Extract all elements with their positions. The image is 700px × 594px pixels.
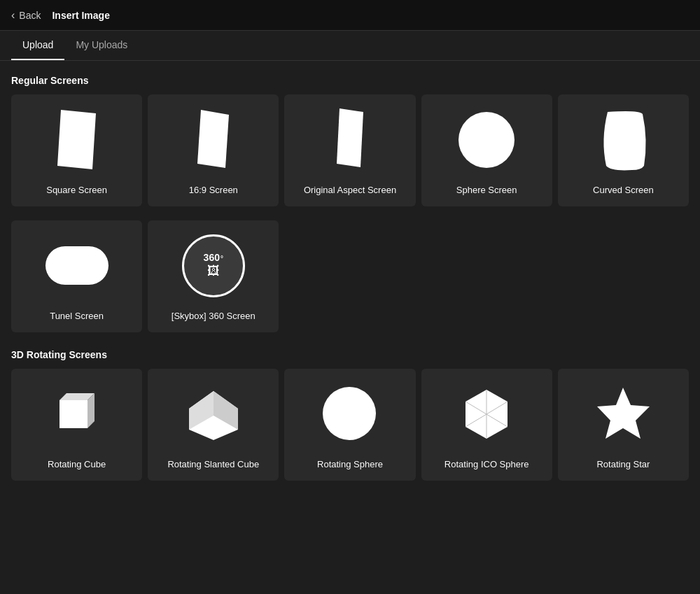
rotating-ico-sphere-icon	[427, 377, 547, 451]
sphere-screen-icon	[427, 103, 547, 177]
skybox-360-label: [Skybox] 360 Screen	[172, 310, 255, 323]
tab-upload[interactable]: Upload	[11, 31, 64, 60]
sphere-screen-label: Sphere Screen	[456, 184, 517, 197]
header: ‹ Back Insert Image	[0, 0, 700, 31]
tabs-bar: Upload My Uploads	[0, 31, 700, 61]
rotating-cube-label: Rotating Cube	[48, 458, 106, 471]
card-rotating-star[interactable]: Rotating Star	[558, 369, 689, 481]
back-button[interactable]: ‹ Back	[11, 9, 41, 22]
svg-point-11	[323, 387, 376, 440]
original-aspect-icon	[290, 103, 410, 177]
square-screen-label: Square Screen	[46, 184, 107, 197]
curved-screen-label: Curved Screen	[593, 184, 654, 197]
rotating-screens-section: 3D Rotating Screens Rotating Cube	[11, 349, 689, 481]
svg-marker-1	[197, 110, 229, 168]
page-title: Insert Image	[52, 10, 109, 21]
rotating-ico-sphere-label: Rotating ICO Sphere	[444, 458, 529, 471]
rotating-star-icon	[564, 377, 683, 451]
svg-marker-16	[597, 388, 650, 439]
card-sphere-screen[interactable]: Sphere Screen	[421, 94, 552, 206]
original-aspect-label: Original Aspect Screen	[304, 184, 396, 197]
back-label: Back	[19, 10, 41, 21]
card-skybox-360[interactable]: 360° 🖼 [Skybox] 360 Screen	[148, 220, 279, 332]
rotating-screens-grid: Rotating Cube Rotating Slanted Cube	[11, 369, 689, 481]
regular-screens-title: Regular Screens	[11, 75, 689, 86]
regular-screens-section: Regular Screens Square Screen 16:9 Scree…	[11, 75, 689, 332]
rotating-screens-title: 3D Rotating Screens	[11, 349, 689, 360]
card-tunnel-screen[interactable]: Tunel Screen	[11, 220, 142, 332]
tunnel-screen-label: Tunel Screen	[50, 310, 104, 323]
svg-marker-2	[337, 108, 363, 167]
svg-marker-0	[57, 110, 96, 169]
card-rotating-ico-sphere[interactable]: Rotating ICO Sphere	[421, 369, 552, 481]
169-screen-label: 16:9 Screen	[189, 184, 238, 197]
rotating-star-label: Rotating Star	[596, 458, 650, 471]
rotating-sphere-icon	[290, 377, 410, 451]
rotating-sphere-label: Rotating Sphere	[317, 458, 383, 471]
regular-screens-row1: Square Screen 16:9 Screen Original Aspec…	[11, 94, 689, 206]
card-169-screen[interactable]: 16:9 Screen	[148, 94, 279, 206]
tab-my-uploads[interactable]: My Uploads	[64, 31, 139, 60]
curved-screen-icon	[564, 103, 683, 177]
tunnel-screen-icon	[17, 229, 136, 303]
card-rotating-cube[interactable]: Rotating Cube	[11, 369, 142, 481]
rotating-slanted-cube-icon	[153, 377, 273, 451]
skybox-360-icon: 360° 🖼	[153, 229, 273, 303]
card-rotating-sphere[interactable]: Rotating Sphere	[284, 369, 415, 481]
rotating-cube-icon	[17, 377, 136, 451]
square-screen-icon	[17, 103, 136, 177]
svg-rect-4	[46, 246, 108, 285]
card-rotating-slanted-cube[interactable]: Rotating Slanted Cube	[148, 369, 279, 481]
rotating-slanted-cube-label: Rotating Slanted Cube	[167, 458, 259, 471]
regular-screens-row2: Tunel Screen 360° 🖼 [Skybox] 360 Screen	[11, 220, 689, 332]
back-arrow-icon: ‹	[11, 9, 15, 22]
content-area: Regular Screens Square Screen 16:9 Scree…	[0, 61, 700, 509]
card-original-aspect[interactable]: Original Aspect Screen	[284, 94, 415, 206]
svg-marker-5	[59, 400, 88, 428]
svg-point-3	[458, 112, 514, 168]
card-curved-screen[interactable]: Curved Screen	[558, 94, 689, 206]
169-screen-icon	[153, 103, 273, 177]
card-square-screen[interactable]: Square Screen	[11, 94, 142, 206]
